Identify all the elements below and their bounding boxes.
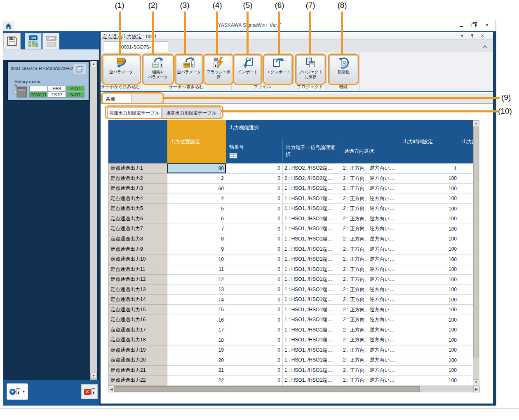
time-cell[interactable]: 100 [400,244,459,254]
time-cell[interactable]: 100 [400,275,459,285]
axis-cell[interactable]: 0 [226,315,283,325]
save-to-project-button[interactable]: プロジェクト に保存 [296,55,324,83]
time-cell[interactable]: 100 [400,264,459,275]
distance-cell[interactable] [459,275,473,285]
terminal-cell[interactable]: 1 : HSO1, /HSO1端… [283,305,341,315]
direction-cell[interactable]: 2 : 正方向、逆方向い… [341,244,400,254]
direction-cell[interactable]: 2 : 正方向、逆方向い… [341,315,400,325]
axis-cell[interactable]: 0 [226,285,283,295]
time-cell[interactable]: 100 [400,194,459,204]
axis-cell[interactable]: 0 [226,325,283,336]
time-cell[interactable]: 100 [400,184,459,194]
time-cell[interactable]: 100 [400,254,459,265]
flash-save-button[interactable]: フラッシュ保存 [205,55,232,83]
time-cell[interactable]: 100 [400,295,459,305]
time-cell[interactable]: 100 [400,204,459,214]
distance-cell[interactable] [459,366,473,376]
position-cell[interactable]: 6 [167,214,226,224]
position-cell[interactable]: 21 [167,366,226,376]
axis-cell[interactable]: 0 [226,335,283,345]
initialize-button[interactable]: 初期化 [329,55,357,83]
read-all-params-button[interactable]: 全パラメータ [103,55,139,83]
axis-cell[interactable]: 0 [226,345,283,356]
write-editing-params-button[interactable]: 編集中 パラメータ [143,55,172,83]
distance-cell[interactable] [459,184,473,194]
axis-cell[interactable]: 0 [226,295,283,305]
time-cell[interactable]: 100 [400,305,459,315]
position-cell[interactable]: 20 [167,355,226,366]
scroll-up-button[interactable]: ▲ [473,120,479,126]
axis-cell[interactable]: 0 [226,275,283,285]
servo-off-button[interactable]: OFF [42,33,59,49]
direction-cell[interactable]: 2 : 正方向、逆方向い… [341,204,400,214]
direction-cell[interactable]: 2 : 正方向、逆方向い… [341,285,400,295]
distance-cell[interactable] [459,163,473,174]
position-cell[interactable]: 8 [167,234,226,245]
position-cell[interactable]: 2 [167,174,226,184]
time-cell[interactable]: 100 [400,335,459,345]
position-cell[interactable]: 18 [167,335,226,345]
time-cell[interactable]: 1 [400,163,459,174]
axis-cell[interactable]: 0 [226,254,283,265]
vertical-scroll-thumb[interactable] [473,127,479,357]
distance-cell[interactable] [459,264,473,275]
distance-cell[interactable] [459,325,473,336]
scroll-right-button[interactable]: ▶ [473,386,480,392]
distance-cell[interactable] [459,285,473,295]
export-button[interactable]: エクスポート [265,55,292,83]
time-cell[interactable]: 100 [400,214,459,224]
table-vertical-scrollbar[interactable]: ▲ ▼ [473,120,479,386]
terminal-cell[interactable]: 1 : HSO1, /HSO1端… [283,335,341,345]
distance-cell[interactable] [459,335,473,345]
direction-cell[interactable]: 2 : 正方向、逆方向い… [341,174,400,184]
terminal-cell[interactable]: 1 : HSO1, /HSO1端… [283,355,341,366]
axis-cell[interactable]: 0 [226,224,283,234]
direction-cell[interactable]: 2 : 正方向、逆方向い… [341,234,400,245]
time-cell[interactable]: 100 [400,285,459,295]
distance-cell[interactable] [459,345,473,356]
distance-cell[interactable] [459,194,473,204]
terminal-cell[interactable]: 1 : HSO1, /HSO1端… [283,254,341,265]
distance-cell[interactable] [459,254,473,265]
direction-cell[interactable]: 2 : 正方向、逆方向い… [341,254,400,265]
terminal-cell[interactable]: 1 : HSO1, /HSO1端… [283,325,341,336]
distance-cell[interactable] [459,244,473,254]
axis-cell[interactable]: 0 [226,366,283,376]
direction-cell[interactable]: 2 : 正方向、逆方向い… [341,275,400,285]
axis-cell[interactable]: 0 [226,214,283,224]
direction-cell[interactable]: 2 : 正方向、逆方向い… [341,345,400,356]
direction-cell[interactable]: 2 : 正方向、逆方向い… [341,214,400,224]
axis-cell[interactable]: 0 [226,355,283,366]
servo-card[interactable]: 0001-SGD7S-R70A20A022F62 Rotary motor A [7,61,89,100]
document-tab[interactable]: 0001-SGD7S-R70A20A022F62 [104,41,168,52]
sidebar-scrollbar[interactable]: ▲ ▼ [90,61,97,380]
panel-close-button[interactable]: × [479,33,486,39]
position-cell[interactable]: 16 [167,315,226,325]
direction-cell[interactable]: 2 : 正方向、逆方向い… [341,376,400,386]
axis-cell[interactable]: 0 [226,174,283,184]
distance-cell[interactable] [459,174,473,184]
distance-cell[interactable] [459,315,473,325]
terminal-cell[interactable]: 1 : HSO1, /HSO1端… [283,366,341,376]
table-horizontal-scrollbar[interactable]: ◀ ▶ [108,386,480,392]
direction-cell[interactable]: 2 : 正方向、逆方向い… [341,325,400,336]
position-cell[interactable]: 60 [167,184,226,194]
direction-cell[interactable]: 2 : 正方向、逆方向い… [341,366,400,376]
terminal-cell[interactable]: 1 : HSO1, /HSO1端… [283,345,341,356]
direction-cell[interactable]: 2 : 正方向、逆方向い… [341,184,400,194]
direction-cell[interactable]: 2 : 正方向、逆方向い… [341,224,400,234]
close-button[interactable]: × [484,22,490,28]
position-cell[interactable]: 7 [167,224,226,234]
terminal-cell[interactable]: 1 : HSO1, /HSO1端… [283,194,341,204]
axis-cell[interactable]: 0 [226,204,283,214]
scroll-down-button[interactable]: ▼ [90,373,97,379]
axis-cell[interactable]: 0 [226,244,283,254]
time-cell[interactable]: 100 [400,325,459,336]
distance-cell[interactable] [459,305,473,315]
distance-cell[interactable] [459,355,473,366]
position-cell[interactable]: 80 [167,163,226,174]
scroll-up-button[interactable]: ▲ [90,61,97,67]
axis-cell[interactable]: 0 [226,194,283,204]
axis-cell[interactable]: 0 [226,234,283,245]
distance-cell[interactable] [459,204,473,214]
